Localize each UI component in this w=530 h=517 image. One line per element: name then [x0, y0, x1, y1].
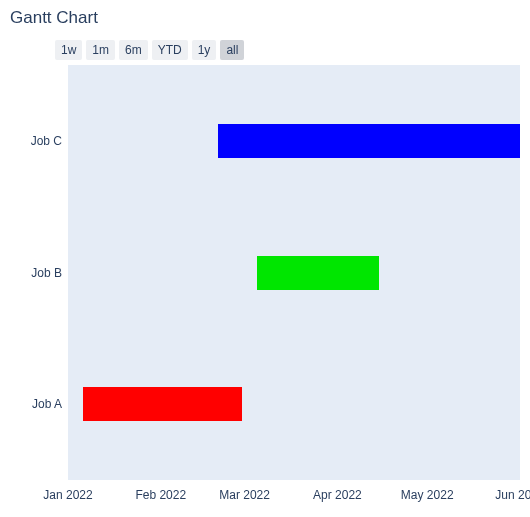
bar-job-b[interactable]: [257, 256, 380, 290]
plot-area[interactable]: [68, 65, 520, 480]
x-tick: May 2022: [401, 488, 454, 502]
range-btn-ytd[interactable]: YTD: [152, 40, 188, 60]
range-selector: 1w 1m 6m YTD 1y all: [55, 40, 244, 60]
range-btn-1y[interactable]: 1y: [192, 40, 217, 60]
x-tick: Jun 2022: [495, 488, 530, 502]
x-tick: Apr 2022: [313, 488, 362, 502]
range-btn-1m[interactable]: 1m: [86, 40, 115, 60]
bar-job-c[interactable]: [218, 124, 520, 158]
range-btn-6m[interactable]: 6m: [119, 40, 148, 60]
range-btn-1w[interactable]: 1w: [55, 40, 82, 60]
y-tick-job-a: Job A: [20, 397, 62, 411]
x-tick: Mar 2022: [219, 488, 270, 502]
y-tick-job-b: Job B: [20, 266, 62, 280]
bar-job-a[interactable]: [83, 387, 242, 421]
chart-title: Gantt Chart: [10, 8, 98, 28]
y-tick-job-c: Job C: [20, 134, 62, 148]
x-tick: Jan 2022: [43, 488, 92, 502]
range-btn-all[interactable]: all: [220, 40, 244, 60]
x-tick: Feb 2022: [135, 488, 186, 502]
